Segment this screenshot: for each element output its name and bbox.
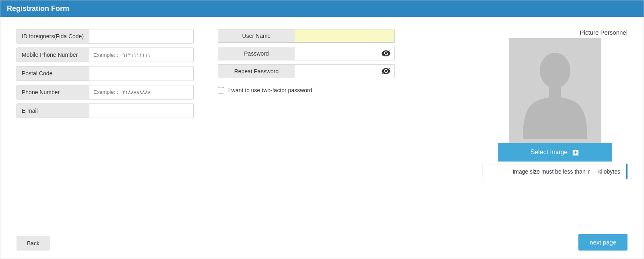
select-image-button[interactable]: Select image — [498, 143, 612, 162]
email-input[interactable] — [89, 104, 193, 118]
two-factor-label: I want to use two-factor password — [228, 87, 312, 93]
svg-rect-3 — [549, 86, 561, 98]
password-label: Password — [218, 47, 295, 60]
svg-point-2 — [540, 53, 570, 88]
upload-icon — [572, 149, 580, 155]
select-image-label: Select image — [530, 149, 568, 156]
repeat-password-label: Repeat Password — [218, 65, 295, 78]
avatar-silhouette — [515, 42, 595, 139]
repeat-password-row: Repeat Password — [218, 64, 395, 78]
mobile-phone-label: Mobile Phone Number — [17, 48, 89, 62]
username-row: User Name — [218, 29, 395, 43]
main-window: Registration Form ID foreigners(Fida Cod… — [0, 0, 644, 259]
two-factor-row: I want to use two-factor password — [218, 85, 395, 95]
password-eye-icon[interactable] — [378, 47, 394, 60]
content-area: ID foreigners(Fida Code) Mobile Phone Nu… — [0, 17, 644, 230]
left-column: ID foreigners(Fida Code) Mobile Phone Nu… — [17, 29, 194, 218]
username-input[interactable] — [295, 29, 394, 42]
back-button[interactable]: Back — [17, 236, 50, 251]
id-foreigners-label: ID foreigners(Fida Code) — [17, 29, 89, 43]
password-row: Password — [218, 47, 395, 60]
mobile-phone-row: Mobile Phone Number — [17, 48, 194, 62]
email-label: E-mail — [17, 104, 89, 118]
postal-code-input[interactable] — [89, 66, 193, 80]
repeat-password-eye-icon[interactable] — [378, 65, 394, 78]
postal-code-label: Postal Code — [17, 66, 89, 80]
repeat-password-input[interactable] — [295, 65, 378, 78]
next-page-button[interactable]: next page — [578, 234, 627, 251]
middle-column: User Name Password Repeat — [218, 29, 395, 218]
picture-title: Picture Personnel — [483, 29, 627, 36]
id-foreigners-input[interactable] — [89, 29, 193, 43]
email-row: E-mail — [17, 104, 194, 118]
window-title: Registration Form — [7, 4, 69, 12]
avatar-container — [509, 38, 601, 143]
footer: Back next page — [0, 230, 644, 259]
phone-number-input[interactable] — [89, 85, 193, 99]
title-bar: Registration Form — [0, 0, 644, 17]
mobile-phone-input[interactable] — [89, 48, 193, 62]
phone-number-row: Phone Number — [17, 85, 194, 99]
picture-section: Picture Personnel Select i — [483, 29, 627, 179]
image-size-note: Image size must be less than ۲۰۰ kilobyt… — [483, 164, 627, 179]
phone-number-label: Phone Number — [17, 85, 89, 99]
username-label: User Name — [218, 29, 295, 42]
right-column: Picture Personnel Select i — [419, 29, 627, 218]
id-foreigners-row: ID foreigners(Fida Code) — [17, 29, 194, 44]
postal-code-row: Postal Code — [17, 66, 194, 81]
password-input[interactable] — [295, 47, 378, 60]
two-factor-checkbox[interactable] — [218, 87, 224, 93]
